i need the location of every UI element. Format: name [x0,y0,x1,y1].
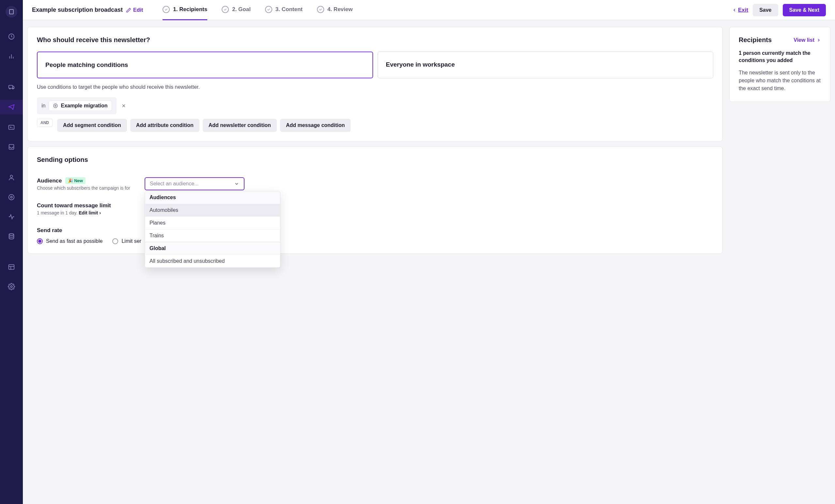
svg-rect-11 [9,85,13,88]
segment-pill[interactable]: Example migration [49,101,111,111]
dropdown-group-audiences: Audiences [145,191,280,204]
layout-icon[interactable] [5,261,18,274]
view-list-label: View list [794,37,814,43]
recipients-card: Who should receive this newsletter? Peop… [27,27,723,141]
step-label: 4. Review [327,6,353,13]
recipients-summary-card: Recipients View list 1 person currently … [729,27,831,102]
edit-title-button[interactable]: Edit [126,7,143,13]
segment-name: Example migration [61,103,107,109]
step-goal[interactable]: 2. Goal [222,0,251,20]
svg-point-17 [9,195,14,200]
step-label: 2. Goal [232,6,251,13]
step-recipients[interactable]: 1. Recipients [163,0,207,20]
analytics-icon[interactable] [5,49,18,63]
svg-rect-0 [9,9,13,14]
workspace-logo[interactable] [5,6,17,18]
new-text: New [74,178,83,183]
svg-point-18 [11,196,13,198]
target-icon[interactable] [5,190,18,204]
summary-title: Recipients [739,36,772,44]
database-icon[interactable] [5,230,18,243]
message-limit-sub: 1 message in 1 day. Edit limit › [37,210,131,216]
add-attribute-condition-button[interactable]: Add attribute condition [130,119,200,132]
and-badge: AND [37,119,53,127]
audience-sub: Choose which subscribers the campaign is… [37,185,131,190]
people-icon[interactable] [5,171,18,184]
dropdown-item[interactable]: Trains [145,229,280,242]
page-title: Example subscription broadcast [32,6,123,13]
send-rate-fast-radio[interactable]: Send as fast as possible [37,238,102,244]
dropdown-item[interactable]: Automobiles [145,204,280,217]
audience-label: Audience 🎉 New [37,177,131,184]
step-label: 3. Content [276,6,303,13]
check-circle-icon [222,6,229,13]
radio-label: Limit ser [121,238,141,244]
inbox-icon[interactable] [5,140,18,154]
check-circle-icon [163,6,170,13]
audience-select[interactable]: Select an audience... [145,177,244,190]
summary-count: 1 person currently match the conditions … [739,49,821,64]
chevron-left-icon [732,8,737,13]
choice-everyone[interactable]: Everyone in workspace [378,52,713,78]
save-button[interactable]: Save [753,4,778,16]
message-limit-label: Count toward message limit [37,202,131,209]
step-review[interactable]: 4. Review [317,0,353,20]
add-message-condition-button[interactable]: Add message condition [280,119,351,132]
close-icon [121,103,126,108]
exit-link[interactable]: Exit [732,7,748,13]
summary-text: The newsletter is sent only to the peopl… [739,69,821,93]
svg-point-24 [54,104,58,108]
dropdown-group-global: Global [145,242,280,255]
edit-label: Edit [133,7,143,13]
terminal-icon[interactable] [5,121,18,134]
view-list-link[interactable]: View list [794,37,821,43]
dropdown-item[interactable]: All subscribed and unsubscribed [145,255,280,267]
audience-label-text: Audience [37,178,62,184]
send-rate-label: Send rate [37,227,713,234]
save-next-button[interactable]: Save & Next [783,4,826,16]
recipients-heading: Who should receive this newsletter? [37,36,713,44]
settings-icon[interactable] [5,280,18,293]
radio-label: Send as fast as possible [46,238,102,244]
edit-limit-text: Edit limit [79,210,98,216]
check-circle-icon [317,6,324,13]
recipients-helper: Use conditions to target the people who … [37,84,713,90]
audience-placeholder: Select an audience... [150,181,199,187]
chevron-down-icon [234,181,239,186]
dropdown-item[interactable]: Planes [145,217,280,229]
edit-limit-link[interactable]: Edit limit › [79,210,101,216]
sending-options-card: Sending options Audience 🎉 New Choose wh… [27,146,723,254]
radio-icon [37,238,43,244]
step-label: 1. Recipients [173,6,207,13]
sending-heading: Sending options [37,156,713,164]
topbar: Example subscription broadcast Edit 1. R… [23,0,835,20]
delivery-icon[interactable] [5,80,18,93]
broadcast-icon[interactable] [0,100,23,114]
svg-point-19 [9,234,14,236]
send-rate-limit-radio[interactable]: Limit ser [112,238,141,244]
limit-sub-text: 1 message in 1 day. [37,210,79,216]
in-label: in [41,103,45,109]
new-badge: 🎉 New [65,177,85,184]
svg-point-25 [55,105,56,106]
svg-point-16 [10,175,13,178]
dashboard-icon[interactable] [5,30,18,43]
svg-rect-20 [9,265,14,270]
remove-condition-button[interactable] [121,103,126,108]
segment-condition-chip: in Example migration [37,97,117,114]
svg-point-23 [11,286,13,287]
activity-icon[interactable] [5,210,18,223]
add-segment-condition-button[interactable]: Add segment condition [57,119,127,132]
wizard-steps: 1. Recipients 2. Goal 3. Content 4. Revi… [163,0,727,20]
sidebar [0,0,23,504]
step-content[interactable]: 3. Content [265,0,303,20]
audience-dropdown: Audiences Automobiles Planes Trains Glob… [145,191,280,268]
exit-label: Exit [738,7,748,13]
chevron-right-icon [816,38,821,42]
radio-icon [112,238,118,244]
check-circle-icon [265,6,272,13]
add-newsletter-condition-button[interactable]: Add newsletter condition [203,119,277,132]
choice-conditions[interactable]: People matching conditions [37,52,373,78]
pencil-icon [126,7,131,13]
segment-icon [53,103,58,108]
